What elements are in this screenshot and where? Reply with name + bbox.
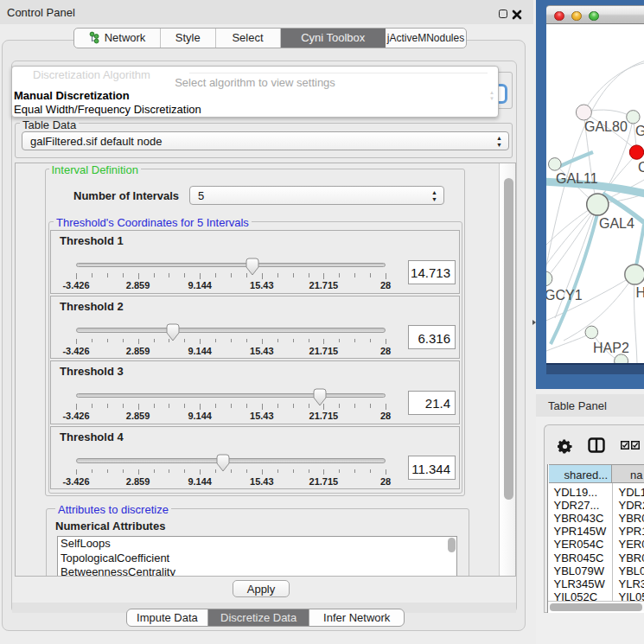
- svg-text:GCY1: GCY1: [546, 288, 583, 303]
- svg-text:GA: GA: [635, 124, 644, 138]
- svg-text:GAL4: GAL4: [599, 216, 634, 231]
- svg-text:HAP2: HAP2: [593, 341, 629, 355]
- svg-text:GAL80: GAL80: [584, 119, 628, 134]
- svg-text:GAL11: GAL11: [556, 171, 598, 186]
- svg-text:H: H: [636, 285, 644, 300]
- svg-text:C: C: [638, 160, 644, 175]
